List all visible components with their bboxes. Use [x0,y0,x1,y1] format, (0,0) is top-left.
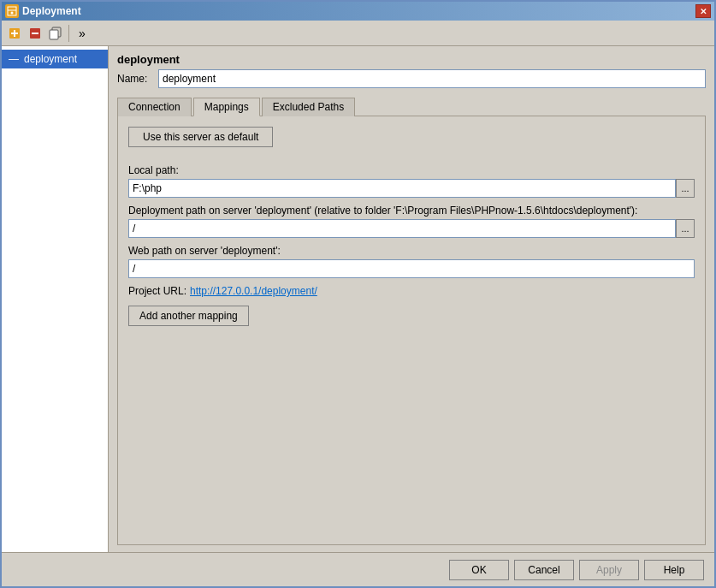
svg-rect-9 [50,30,58,39]
remove-button[interactable] [26,24,44,43]
tab-mappings[interactable]: Mappings [193,98,260,116]
tab-bar: Connection Mappings Excluded Paths [117,97,706,116]
main-panel: deployment Name: Connection Mappings Exc… [109,46,714,552]
section-title: deployment [117,53,706,66]
sidebar-item-deployment[interactable]: — deployment [2,50,108,68]
ok-button[interactable]: OK [449,560,509,580]
name-label: Name: [117,73,151,85]
deployment-path-block: Deployment path on server 'deployment' (… [128,205,695,238]
add-mapping-button[interactable]: Add another mapping [128,306,249,326]
title-bar: Deployment ✕ [2,2,714,21]
copy-button[interactable] [46,24,65,43]
window-title: Deployment [22,5,81,17]
app-icon [5,4,19,18]
name-input[interactable] [158,69,706,88]
sidebar: — deployment [2,46,109,552]
local-path-browse-button[interactable]: ... [676,179,695,198]
sidebar-dash: — [9,53,19,65]
svg-point-2 [11,12,14,15]
local-path-input-row: ... [128,179,695,198]
tab-excluded-paths[interactable]: Excluded Paths [262,98,355,116]
deployment-dialog: Deployment ✕ » [0,0,716,588]
local-path-block: Local path: ... [128,164,695,198]
toolbar-separator [68,25,69,42]
tab-content-mappings: Use this server as default Local path: .… [117,116,706,545]
local-path-label: Local path: [128,164,695,176]
name-row: Name: [117,69,706,88]
bottom-bar: OK Cancel Apply Help [2,552,714,586]
more-button[interactable]: » [73,24,92,43]
web-path-input[interactable] [128,259,695,278]
project-url-row: Project URL: http://127.0.0.1/deployment… [128,285,695,297]
deployment-path-input[interactable] [128,219,676,238]
title-bar-left: Deployment [5,4,81,18]
use-default-server-button[interactable]: Use this server as default [128,127,273,147]
default-server-btn-row: Use this server as default [128,127,695,156]
toolbar: » [2,21,714,46]
tab-connection[interactable]: Connection [117,98,192,116]
web-path-label: Web path on server 'deployment': [128,245,695,257]
apply-button[interactable]: Apply [579,560,639,580]
deployment-path-label: Deployment path on server 'deployment' (… [128,205,695,217]
sidebar-item-label: deployment [24,53,77,65]
web-path-block: Web path on server 'deployment': [128,245,695,278]
cancel-button[interactable]: Cancel [514,560,574,580]
local-path-input[interactable] [128,179,676,198]
deployment-path-input-row: ... [128,219,695,238]
window-body: — deployment deployment Name: Connection… [2,46,714,552]
close-button[interactable]: ✕ [695,4,711,18]
project-url-label: Project URL: [128,285,186,297]
add-button[interactable] [5,24,24,43]
help-button[interactable]: Help [644,560,704,580]
deployment-path-browse-button[interactable]: ... [676,219,695,238]
project-url-link[interactable]: http://127.0.0.1/deployment/ [190,285,317,297]
